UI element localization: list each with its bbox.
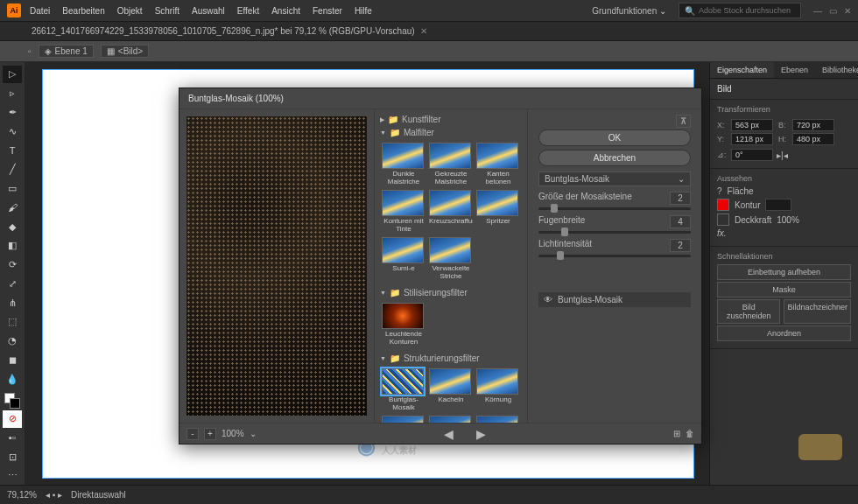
minimize-icon[interactable]: — xyxy=(813,6,822,16)
opacity-swatch[interactable] xyxy=(717,214,729,226)
document-tab[interactable]: 26612_1401766974229_1533978056_1010705_7… xyxy=(25,24,434,38)
menu-effekt[interactable]: Effekt xyxy=(237,6,259,16)
filter-thumb[interactable]: Verwackelte Striche xyxy=(429,237,473,281)
cat-strukturierung[interactable]: ▼📁Strukturierungsfilter xyxy=(378,352,524,365)
filter-thumb[interactable]: Buntglas-Mosaik xyxy=(382,368,425,412)
transform-w[interactable] xyxy=(792,119,834,131)
ok-button[interactable]: OK xyxy=(538,130,691,146)
eyedropper-tool[interactable]: 💧 xyxy=(3,370,22,388)
filter-thumb[interactable]: Sumi-e xyxy=(382,237,425,281)
selection-tool[interactable]: ▷ xyxy=(3,66,22,83)
btn-anordnen[interactable]: Anordnen xyxy=(717,326,851,341)
filter-thumb[interactable]: Kacheln xyxy=(429,368,473,412)
menu-objekt[interactable]: Objekt xyxy=(117,6,143,16)
paintbrush-tool[interactable]: 🖌 xyxy=(3,199,22,216)
slider-fugenbreite[interactable]: Fugenbreite4 xyxy=(538,215,691,234)
filter-thumb[interactable]: Dunkle Malstriche xyxy=(382,143,425,186)
stroke-weight[interactable] xyxy=(765,199,791,211)
filter-select[interactable]: Buntglas-Mosaik⌄ xyxy=(538,172,691,186)
status-nav-icon[interactable]: ◂ ▪ ▸ xyxy=(46,490,62,500)
cat-kunstfilter[interactable]: ▶📁Kunstfilter xyxy=(378,113,524,126)
shaper-tool[interactable]: ◆ xyxy=(3,218,22,235)
filter-thumb[interactable]: Patchwork xyxy=(429,416,473,423)
image-chip[interactable]: ▦<Bild> xyxy=(101,45,149,58)
slider-größe-der-mosaiksteine[interactable]: Größe der Mosaiksteine2 xyxy=(538,192,691,210)
quickactions-title: Schnellaktionen xyxy=(717,252,851,261)
zoom-in-button[interactable]: + xyxy=(204,428,216,440)
shape-builder-tool[interactable]: ◔ xyxy=(3,332,22,350)
effect-layer-item[interactable]: 👁Buntglas-Mosaik xyxy=(538,292,691,307)
flip-h-icon[interactable]: ▸|◂ xyxy=(777,150,788,160)
rectangle-tool[interactable]: ▭ xyxy=(3,180,22,198)
filter-thumb[interactable]: Leuchtende Konturen xyxy=(382,303,425,346)
fill-mode-icon[interactable]: ⊘ xyxy=(3,410,22,428)
menu-ansicht[interactable]: Ansicht xyxy=(271,6,300,16)
transform-h[interactable] xyxy=(792,133,834,145)
transform-angle[interactable] xyxy=(731,149,773,161)
tab-bibliotheken[interactable]: Bibliotheken xyxy=(815,62,858,78)
tab-ebenen[interactable]: Ebenen xyxy=(774,62,815,78)
menu-fenster[interactable]: Fenster xyxy=(313,6,342,16)
transform-y[interactable] xyxy=(731,133,773,145)
menu-hilfe[interactable]: Hilfe xyxy=(355,6,372,16)
stock-search[interactable]: 🔍 xyxy=(679,3,801,18)
menu-schrift[interactable]: Schrift xyxy=(155,6,179,16)
fx-label[interactable]: fx. xyxy=(717,228,727,238)
close-icon[interactable]: ✕ xyxy=(844,6,851,16)
filter-preview[interactable] xyxy=(186,116,367,416)
filter-thumb[interactable]: Risse xyxy=(476,416,520,423)
zoom-out-button[interactable]: - xyxy=(186,428,199,440)
free-transform-tool[interactable]: ⬚ xyxy=(3,313,22,331)
curvature-tool[interactable]: ∿ xyxy=(3,122,22,140)
kontur-swatch[interactable] xyxy=(717,199,729,211)
menu-bearbeiten[interactable]: Bearbeiten xyxy=(62,6,104,16)
edit-toolbar-icon[interactable]: ⋯ xyxy=(3,467,22,485)
menu-datei[interactable]: Datei xyxy=(30,6,50,16)
menu-auswahl[interactable]: Auswahl xyxy=(192,6,225,16)
filter-thumb[interactable]: Mit Struktur versehen xyxy=(382,416,425,423)
draw-mode-icon[interactable]: ⊡ xyxy=(3,448,22,466)
type-tool[interactable]: T xyxy=(3,142,22,159)
workspace-switcher[interactable]: Grundfunktionen ⌄ xyxy=(587,4,672,18)
cancel-button[interactable]: Abbrechen xyxy=(538,150,691,166)
rotate-tool[interactable]: ⟳ xyxy=(3,256,22,274)
width-tool[interactable]: ⋔ xyxy=(3,294,22,312)
line-tool[interactable]: ╱ xyxy=(3,161,22,178)
filter-thumb[interactable]: Konturen mit Tinte nachzeichnen xyxy=(382,190,425,234)
filter-thumb[interactable]: Gekreuzte Malstriche xyxy=(429,143,473,186)
tab-eigenschaften[interactable]: Eigenschaften xyxy=(710,62,774,78)
close-tab-icon[interactable]: ✕ xyxy=(420,26,427,36)
pen-tool[interactable]: ✒ xyxy=(3,104,22,122)
direct-selection-tool[interactable]: ▹ xyxy=(3,85,22,102)
prev-nav-icon[interactable]: ◀ xyxy=(444,427,454,441)
layer-chip[interactable]: ◈Ebene 1 xyxy=(39,45,94,58)
status-zoom[interactable]: 79,12% xyxy=(7,490,37,500)
filter-thumb[interactable]: Körnung xyxy=(476,368,520,412)
transform-x[interactable] xyxy=(731,119,773,131)
filter-thumb[interactable]: Kanten betonen xyxy=(476,143,520,186)
next-nav-icon[interactable]: ▶ xyxy=(476,427,486,441)
scale-tool[interactable]: ⤢ xyxy=(3,275,22,292)
btn-einbettung[interactable]: Einbettung aufheben xyxy=(717,264,851,280)
cat-malfilter[interactable]: ▼📁Malfilter xyxy=(378,126,524,139)
preview-zoom[interactable]: 100% xyxy=(222,429,244,438)
cat-stilisierung[interactable]: ▼📁Stilisierungsfilter xyxy=(378,286,524,299)
btn-nachzeichner[interactable]: Bildnachzeichner xyxy=(784,299,851,324)
screen-mode-icon[interactable]: ▪▫ xyxy=(3,430,22,447)
filter-thumb[interactable]: Kreuzschraffur xyxy=(429,190,473,234)
eraser-tool[interactable]: ◧ xyxy=(3,237,22,255)
opacity-value[interactable]: 100% xyxy=(777,215,799,225)
slider-lichtintensität[interactable]: Lichtintensität2 xyxy=(538,239,691,257)
btn-maske[interactable]: Maske xyxy=(717,282,851,298)
color-swatch[interactable] xyxy=(4,393,20,409)
btn-zuschneiden[interactable]: Bild zuschneiden xyxy=(717,299,780,324)
maximize-icon[interactable]: ▭ xyxy=(829,6,837,16)
search-input[interactable] xyxy=(699,6,795,15)
eye-icon[interactable]: 👁 xyxy=(544,295,552,304)
help-icon[interactable]: ? xyxy=(717,186,722,196)
trash-icon[interactable]: 🗑 xyxy=(686,429,694,438)
new-layer-icon[interactable]: ⊞ xyxy=(673,429,680,438)
filter-thumb[interactable]: Spritzer xyxy=(476,190,520,234)
collapse-icon[interactable]: ⊼ xyxy=(676,115,691,128)
gradient-tool[interactable]: ◼ xyxy=(3,351,22,368)
